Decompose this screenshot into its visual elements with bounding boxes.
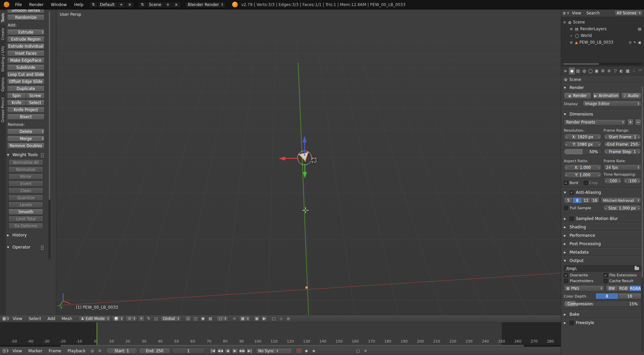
remove-preset-button[interactable]: − [635, 119, 641, 126]
menu-window[interactable]: Window [48, 1, 70, 8]
full-sample-checkbox[interactable] [564, 206, 568, 210]
remap-new-field[interactable]: :100 [623, 178, 641, 184]
clean-button[interactable]: Clean [8, 187, 43, 194]
tree-row-world[interactable]: • ◯ World [562, 32, 643, 39]
panel-freestyle-header[interactable]: Freestyle [561, 319, 644, 327]
panel-anti-aliasing-header[interactable]: Anti-Aliasing [561, 188, 644, 196]
viewport-header-icon-3[interactable]: ◎ [285, 316, 291, 322]
freestyle-enable-checkbox[interactable] [570, 321, 574, 325]
delete-layout-button[interactable]: × [125, 2, 134, 8]
add-layout-button[interactable]: + [117, 2, 125, 8]
anti-aliasing-enable-checkbox[interactable] [570, 190, 574, 195]
outliner-menu-view[interactable]: View [570, 10, 583, 16]
bw-button[interactable]: BW [606, 285, 618, 292]
opengl-render-anim-icon[interactable]: ▶ [261, 316, 267, 322]
compression-slider[interactable]: Compression: 15% [564, 301, 641, 307]
editor-type-button[interactable]: ▦ [2, 316, 9, 322]
smooth-vertex-button[interactable]: Smooth Vertex [7, 9, 45, 13]
aa-samples-11-button[interactable]: 11 [582, 197, 591, 204]
tab-particles[interactable]: ∴ [631, 68, 637, 75]
restrict-view-eye-icon[interactable]: ⊙ [629, 40, 632, 45]
panel-bake-header[interactable]: Bake [561, 310, 644, 318]
panel-shading-header[interactable]: Shading [561, 223, 644, 231]
scene-value[interactable]: Scene [146, 2, 164, 8]
manipulator-scale-icon[interactable]: ◱ [153, 316, 159, 322]
snap-magnet-icon[interactable]: ∩ [231, 316, 238, 322]
placeholders-checkbox[interactable] [564, 279, 568, 283]
panel-post-processing-header[interactable]: Post Processing [561, 240, 644, 248]
delete-scene-button[interactable]: × [172, 2, 180, 8]
screw-button[interactable]: Screw [26, 92, 45, 99]
opengl-render-icon[interactable]: ◉ [254, 316, 260, 322]
panel-render-header[interactable]: Render [561, 84, 644, 92]
snap-element-dropdown[interactable]: ▦ [239, 316, 251, 322]
shelf-tab-create[interactable]: Create [0, 26, 6, 43]
panel-output-header[interactable]: Output [561, 257, 644, 265]
knife-project-button[interactable]: Knife Project [7, 106, 45, 113]
panel-metadata-header[interactable]: Metadata [561, 248, 644, 256]
aa-samples-5-button[interactable]: 5 [564, 197, 573, 204]
offset-edge-slide-button[interactable]: Offset Edge Slide [7, 78, 45, 85]
timeline-menu-playback[interactable]: Playback [65, 348, 88, 354]
remove-doubles-button[interactable]: Remove Doubles [7, 142, 45, 149]
pivot-point-dropdown[interactable]: ⊙ [125, 316, 137, 322]
edge-select-mode-icon[interactable]: ◫ [192, 316, 199, 322]
duplicate-button[interactable]: Duplicate [7, 85, 45, 92]
play-reverse-button[interactable]: ◀ [224, 348, 231, 354]
knife-button[interactable]: Knife [7, 99, 26, 106]
outliner-scrollbar[interactable] [563, 63, 642, 65]
tab-object-data[interactable]: ▽ [612, 68, 619, 75]
tab-render-layers[interactable]: ▤ [575, 68, 581, 75]
inset-faces-button[interactable]: Inset Faces [7, 50, 45, 56]
panel-sampled-motion-blur-header[interactable]: Sampled Motion Blur [561, 215, 644, 223]
viewport-3d[interactable]: User Persp y (1) PEW_00_LB_0033 [56, 9, 561, 315]
restrict-select-icon[interactable]: ↖ [633, 40, 636, 45]
extrude-region-button[interactable]: Extrude Region [7, 36, 45, 42]
add-preset-button[interactable]: + [627, 119, 634, 126]
expand-icon[interactable]: ⊕ [569, 41, 573, 44]
play-button[interactable]: ▶ [232, 348, 238, 354]
tab-texture[interactable]: ▦ [625, 68, 631, 75]
tab-world[interactable]: ◯ [588, 68, 594, 75]
manipulator-translate-icon[interactable]: + [138, 316, 145, 322]
weight-tools-panel-header[interactable]: Weight Tools [7, 151, 45, 159]
loop-cut-button[interactable]: Loop Cut and Slide [7, 71, 45, 78]
motion-blur-enable-checkbox[interactable] [570, 217, 574, 221]
history-panel-header[interactable]: History [7, 231, 45, 239]
expand-icon[interactable]: ⊕ [569, 27, 573, 31]
timeline-extra-icon-2[interactable]: × [362, 348, 369, 354]
previous-keyframe-button[interactable]: ◀◀ [217, 348, 223, 354]
menu-help[interactable]: Help [71, 1, 87, 8]
aspect-y-field[interactable]: Y: 1.000 [564, 172, 602, 178]
insert-keyframe-icon[interactable]: ◈ [311, 348, 317, 354]
animation-button[interactable]: ▶Animation [593, 92, 620, 99]
timeline-editor[interactable]: -50-40-30-20-100102030405060708090100110… [0, 322, 561, 347]
screen-layout-value[interactable]: Default [97, 2, 117, 8]
current-frame-field[interactable]: 1 [172, 348, 205, 354]
cache-result-checkbox[interactable] [603, 279, 608, 283]
time-lock-toggle-icon[interactable]: ⊙ [97, 348, 103, 354]
viewport-menu-view[interactable]: View [10, 316, 25, 322]
timeline-menu-frame[interactable]: Frame [46, 348, 64, 354]
tree-row-object[interactable]: ⊕ ▲ PEW_00_LB_0033 ⊙ ↖ ◉ [562, 39, 643, 46]
browse-scene-icon[interactable]: ⇅ [139, 2, 146, 8]
color-depth-8-button[interactable]: 8 [595, 293, 619, 299]
border-checkbox[interactable] [564, 181, 568, 185]
timeline-extra-icon-1[interactable]: ▢ [355, 348, 361, 354]
extrude-individual-button[interactable]: Extrude Individual [7, 43, 45, 49]
menu-file[interactable]: File [12, 1, 25, 8]
aa-samples-8-button[interactable]: 8 [573, 197, 582, 204]
normalize-all-button[interactable]: Normalize All [8, 159, 43, 166]
remap-old-field[interactable]: :100 [604, 178, 622, 184]
file-browse-folder-icon[interactable] [635, 267, 639, 270]
preview-range-toggle-icon[interactable]: ◎ [89, 348, 96, 354]
subdivide-button[interactable]: Subdivide [7, 64, 45, 71]
tab-scene[interactable]: ◍ [581, 68, 587, 75]
timeline-ruler[interactable]: -50-40-30-20-100102030405060708090100110… [0, 322, 561, 347]
mirror-button[interactable]: Mirror [8, 173, 43, 180]
file-format-dropdown[interactable]: ▦ PNG [564, 285, 604, 292]
tool-shelf-scrollbar[interactable] [48, 11, 51, 259]
file-extensions-checkbox[interactable] [603, 273, 608, 277]
delete-button[interactable]: Delete [7, 128, 45, 135]
collapse-icon[interactable]: ⊖ [562, 20, 567, 24]
